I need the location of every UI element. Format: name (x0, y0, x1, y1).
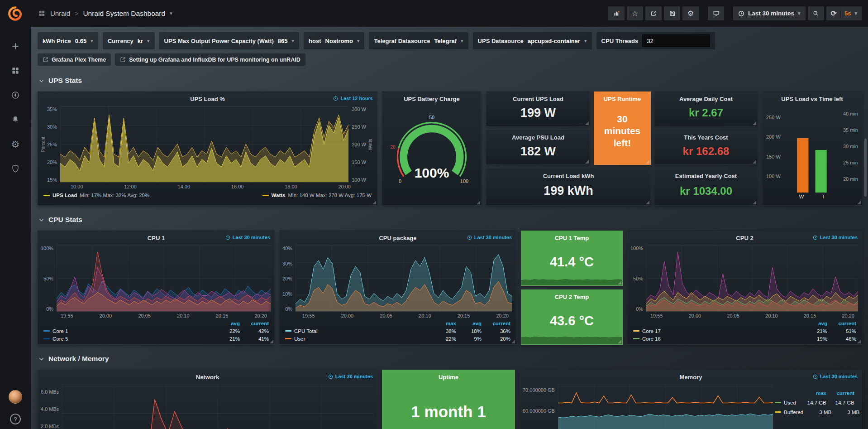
cpu-threads-input[interactable] (642, 34, 710, 47)
legend-series[interactable]: Watts (272, 193, 286, 198)
series-color-dash (633, 338, 639, 339)
y-axis-label-left: Percent (40, 106, 46, 183)
zoom-out-button[interactable] (808, 6, 824, 20)
panel-resize-handle[interactable] (753, 121, 756, 125)
dashboards-icon[interactable] (10, 65, 21, 76)
variable-ups-datasource[interactable]: UPS Datasource apcupsd-container ▾ (473, 32, 592, 49)
panel-resize-handle[interactable] (585, 160, 589, 164)
panel-title[interactable]: UPS Battery Charge (382, 92, 481, 106)
breadcrumb: Unraid > Unraid System Dashboard ▾ (38, 10, 172, 18)
legend-series[interactable]: User (285, 336, 431, 342)
tick-label: 25 min (843, 160, 858, 165)
row-ups-stats[interactable]: UPS Stats (38, 75, 868, 87)
panel-resize-handle[interactable] (511, 340, 515, 343)
configuration-gear-icon[interactable]: ⚙ (10, 139, 21, 149)
row-network-memory[interactable]: Network / Memory (38, 353, 868, 365)
network-chart[interactable] (62, 385, 373, 429)
tick-label: 25% (47, 142, 57, 147)
create-icon[interactable] (10, 41, 21, 52)
save-button[interactable] (664, 6, 680, 20)
panel-title[interactable]: CPU 2 Temp (521, 290, 622, 300)
scrollbar-thumb[interactable] (864, 139, 867, 197)
cpu-package-chart[interactable] (296, 246, 512, 312)
panel-title[interactable]: Uptime (382, 370, 515, 384)
legend-series[interactable]: CPU Total (285, 328, 431, 334)
panel-title[interactable]: UPS Runtime (594, 92, 650, 102)
panel-timeinfo: Last 30 minutes (467, 235, 512, 240)
gauge-min-label: 0 (399, 178, 401, 184)
panel-resize-handle[interactable] (618, 340, 621, 343)
chevron-down-icon[interactable]: ▾ (170, 10, 172, 16)
legend-series[interactable]: Core 16 (633, 336, 802, 342)
panel-resize-handle[interactable] (646, 160, 649, 164)
tick-label: 19:55 (650, 313, 663, 319)
cpu2-chart[interactable] (646, 246, 858, 312)
panel-resize-handle[interactable] (753, 201, 756, 204)
time-range-picker[interactable]: Last 30 minutes ▾ (733, 6, 806, 20)
dashboard-title[interactable]: Unraid System Dashboard (83, 10, 165, 18)
grafana-logo[interactable] (7, 5, 24, 23)
panel-resize-handle[interactable] (857, 201, 861, 204)
panel-title[interactable]: Current UPS Load (486, 92, 590, 102)
add-panel-button[interactable] (608, 6, 625, 20)
star-button[interactable]: ☆ (627, 6, 643, 20)
ups-stats-grid: Current UPS Load 199 W UPS Runtime 30 mi… (486, 92, 758, 206)
legend-series[interactable]: Buffered (775, 410, 803, 415)
row-cpu-stats[interactable]: CPU Stats (38, 214, 868, 226)
panel-resize-handle[interactable] (372, 201, 376, 204)
refresh-icon: ⟳ (831, 10, 837, 17)
variable-currency[interactable]: Currency kr ▾ (103, 32, 155, 49)
breadcrumb-folder[interactable]: Unraid (50, 10, 70, 17)
user-avatar[interactable] (9, 390, 22, 404)
legend-series[interactable]: Core 1 (43, 328, 215, 334)
legend-series[interactable]: Core 5 (43, 336, 215, 342)
legend-series[interactable]: UPS Load (52, 193, 77, 198)
series-color-dash (285, 338, 291, 339)
panel-title[interactable]: CPU 1 Temp (521, 231, 622, 241)
panel-title[interactable]: This Years Cost (655, 130, 757, 141)
ups-load-chart[interactable] (60, 106, 348, 183)
panel-title[interactable]: Average PSU Load (486, 130, 590, 141)
external-link-icon (120, 57, 126, 63)
share-button[interactable] (645, 6, 662, 20)
panel-title[interactable]: Memory (520, 370, 862, 384)
gauge-max-label: 100 (460, 178, 468, 184)
link-grafana-plex-theme[interactable]: Grafana Plex Theme (38, 53, 111, 66)
tick-label: 2.0 MBs (41, 424, 59, 429)
dashboard-settings-button[interactable]: ⚙ (682, 6, 699, 20)
memory-chart[interactable] (558, 385, 773, 429)
legend-series[interactable]: Used (775, 400, 798, 405)
panel-title[interactable]: Estimated Yearly Cost (655, 169, 757, 179)
panel-title[interactable]: Current Load kWh (486, 169, 650, 179)
panel-resize-handle[interactable] (753, 160, 756, 164)
cpu2-temp-sparkline (521, 330, 622, 344)
server-admin-shield-icon[interactable] (10, 163, 21, 174)
help-icon[interactable]: ? (10, 414, 21, 424)
panel-title[interactable]: UPS Load % (38, 92, 377, 106)
tick-label: 200 W (352, 142, 366, 147)
panel-resize-handle[interactable] (477, 201, 480, 204)
explore-compass-icon[interactable] (10, 90, 21, 101)
panel-resize-handle[interactable] (270, 340, 273, 343)
gauge-value: 100% (415, 165, 449, 181)
panel-resize-handle[interactable] (585, 121, 589, 125)
panel-resize-handle[interactable] (646, 201, 649, 204)
panel-title[interactable]: Average Daily Cost (655, 92, 757, 102)
legend-series[interactable]: Core 17 (633, 328, 802, 334)
alerting-bell-icon[interactable] (10, 114, 21, 125)
panel-resize-handle[interactable] (618, 281, 621, 284)
cpu1-chart[interactable] (57, 246, 271, 312)
panel-title[interactable]: Network (38, 370, 377, 384)
variable-kwh-price[interactable]: kWh Price 0.65 ▾ (38, 32, 98, 49)
link-ups-monitoring-guide[interactable]: Setting up Grafana and InfluxDB for UPS … (115, 53, 305, 66)
tick-label: 16:00 (231, 184, 244, 190)
panel-title[interactable]: UPS Load vs Time left (763, 92, 862, 106)
variable-ups-max-output[interactable]: UPS Max Output Power Capacity (Watt) 865… (159, 32, 299, 49)
panel-resize-handle[interactable] (857, 340, 861, 343)
variable-host[interactable]: host Nostromo ▾ (304, 32, 364, 49)
cpu-temp-column: CPU 1 Temp 41.4 °C CPU 2 Temp 43.6 °C (521, 231, 623, 345)
cycle-view-mode-button[interactable] (708, 6, 724, 20)
tick-label: 20 min (843, 176, 858, 182)
variable-telegraf-datasource[interactable]: Telegraf Datasource Telegraf ▾ (369, 32, 468, 49)
refresh-picker[interactable]: ⟳ 5s ▾ (826, 6, 862, 20)
